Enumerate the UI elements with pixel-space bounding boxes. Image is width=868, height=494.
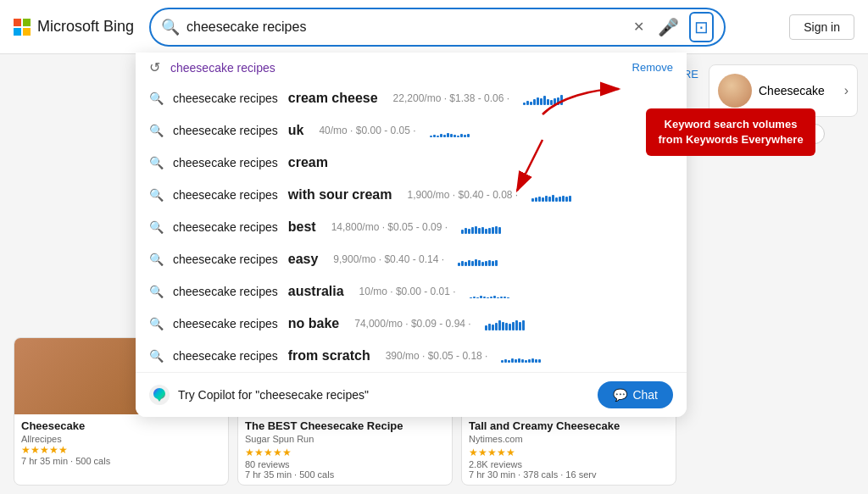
bar: [457, 136, 459, 137]
bar: [548, 197, 551, 202]
result-meta-0: 7 hr 35 min · 500 cals: [21, 456, 221, 466]
bar: [526, 101, 529, 105]
search-dropdown: ↺ cheesecake recipes Remove 🔍 cheesecake…: [136, 53, 687, 417]
bar: [465, 228, 467, 234]
result-body-1: The BEST Cheesecake Recipe Sugar Spun Ru…: [238, 414, 452, 485]
keyword-tooltip-text: Keyword search volumes from Keywords Eve…: [658, 118, 803, 146]
suggestion-text-normal-2: cheesecake recipes: [173, 156, 278, 169]
bar: [465, 262, 467, 266]
search-suggestion-icon-4: 🔍: [149, 220, 163, 234]
bar: [481, 262, 484, 266]
svg-rect-2: [14, 28, 21, 36]
suggestion-8[interactable]: 🔍 cheesecake recipes from scratch 390/mo…: [136, 340, 687, 372]
suggestion-text-bold-5: easy: [288, 252, 319, 267]
search-input[interactable]: [186, 19, 623, 35]
chat-button-label: Chat: [632, 388, 658, 402]
microphone-icon[interactable]: 🎤: [654, 14, 682, 41]
search-icon: 🔍: [161, 18, 180, 36]
header-right: Sign in: [789, 14, 854, 40]
bar: [475, 226, 477, 234]
suggestion-6[interactable]: 🔍 cheesecake recipes australia 10/mo · $…: [136, 275, 687, 308]
search-suggestion-icon-2: 🔍: [149, 156, 163, 169]
svg-rect-3: [23, 28, 31, 36]
bar: [559, 197, 561, 202]
bar: [485, 325, 487, 330]
bar: [538, 359, 541, 363]
suggestion-text-normal-3: cheesecake recipes: [173, 188, 278, 202]
suggestion-5[interactable]: 🔍 cheesecake recipes easy 9,900/mo · $0.…: [136, 243, 687, 275]
dropdown-history-item[interactable]: ↺ cheesecake recipes Remove: [136, 53, 687, 82]
chat-icon: 💬: [613, 388, 627, 402]
bar: [522, 320, 525, 330]
bar: [495, 260, 498, 266]
bar: [550, 100, 553, 105]
bar: [440, 134, 442, 137]
copilot-text: Try Copilot for "cheesecake recipes": [178, 388, 369, 402]
bar: [542, 197, 544, 202]
result-title-2: Tall and Creamy Cheesecake: [469, 419, 669, 434]
result-stars-1: ★★★★★: [245, 447, 292, 458]
bar-chart-6: [470, 285, 509, 298]
bar: [447, 133, 449, 137]
bar: [531, 198, 534, 202]
entity-name-text: Cheesecake: [759, 84, 825, 97]
suggestion-text-normal-0: cheesecake recipes: [173, 92, 278, 105]
bar-chart-4: [461, 220, 501, 234]
suggestion-text-bold-7: no bake: [288, 316, 339, 331]
bar: [547, 99, 549, 105]
suggestion-1[interactable]: 🔍 cheesecake recipes uk 40/mo · $0.00 - …: [136, 114, 687, 147]
bar: [557, 97, 559, 105]
keyword-stats-5: 9,900/mo · $0.40 - 0.14 ·: [333, 253, 444, 265]
bar: [433, 135, 436, 137]
suggestion-3[interactable]: 🔍 cheesecake recipes with sour cream 1,9…: [136, 179, 687, 211]
suggestion-2[interactable]: 🔍 cheesecake recipes cream: [136, 147, 687, 179]
search-suggestion-icon-7: 🔍: [149, 317, 163, 330]
suggestion-4[interactable]: 🔍 cheesecake recipes best 14,800/mo · $0…: [136, 211, 687, 243]
bar: [530, 102, 532, 105]
result-body-2: Tall and Creamy Cheesecake Nytimes.com ★…: [462, 414, 676, 485]
bar: [562, 196, 565, 202]
bar: [523, 103, 526, 105]
bar: [515, 320, 518, 330]
bar: [545, 196, 548, 202]
result-meta-2: 7 hr 30 min · 378 cals · 16 serv: [469, 469, 669, 480]
suggestion-7[interactable]: 🔍 cheesecake recipes no bake 74,000/mo ·…: [136, 308, 687, 340]
bar: [533, 99, 536, 105]
suggestion-0[interactable]: 🔍 cheesecake recipes cream cheese 22,200…: [136, 82, 687, 114]
microsoft-logo-icon: [14, 19, 31, 36]
bar: [555, 197, 558, 202]
logo-area: Microsoft Bing: [14, 18, 149, 36]
history-item-left: ↺ cheesecake recipes: [149, 59, 275, 75]
result-source-2: Nytimes.com: [469, 434, 669, 444]
camera-search-icon[interactable]: ⊡: [689, 12, 714, 42]
sign-in-button[interactable]: Sign in: [789, 14, 854, 40]
result-body-0: Cheesecake Allrecipes ★★★★★ 7 hr 35 min …: [14, 414, 228, 471]
clear-icon[interactable]: ✕: [630, 15, 648, 38]
bar: [531, 358, 534, 363]
search-suggestion-icon-8: 🔍: [149, 349, 163, 363]
suggestion-text-bold-1: uk: [288, 123, 304, 138]
bar-chart-8: [501, 349, 541, 363]
result-source-1: Sugar Spun Run: [245, 434, 445, 444]
bar: [509, 324, 511, 330]
bar: [488, 324, 491, 330]
suggestion-text-bold-3: with sour cream: [288, 187, 392, 203]
keyword-stats-7: 74,000/mo · $0.09 - 0.94 ·: [354, 318, 470, 330]
search-suggestion-icon-0: 🔍: [149, 92, 163, 105]
bar: [487, 297, 489, 298]
bar-chart-0: [523, 92, 563, 105]
suggestion-text-bold-2: cream: [288, 155, 328, 170]
bar-chart-7: [485, 317, 525, 330]
bar: [458, 263, 460, 266]
chat-button[interactable]: 💬 Chat: [598, 381, 673, 408]
bar: [476, 297, 479, 298]
keyword-stats-4: 14,800/mo · $0.05 - 0.09 ·: [331, 221, 448, 233]
bar: [504, 359, 507, 363]
bar: [502, 322, 504, 330]
bar: [470, 297, 472, 298]
remove-history-link[interactable]: Remove: [632, 61, 673, 74]
keyword-stats-8: 390/mo · $0.05 - 0.18 ·: [386, 350, 488, 362]
keyword-stats-6: 10/mo · $0.00 - 0.01 ·: [359, 286, 456, 297]
bar: [497, 297, 499, 298]
bar: [498, 320, 501, 330]
